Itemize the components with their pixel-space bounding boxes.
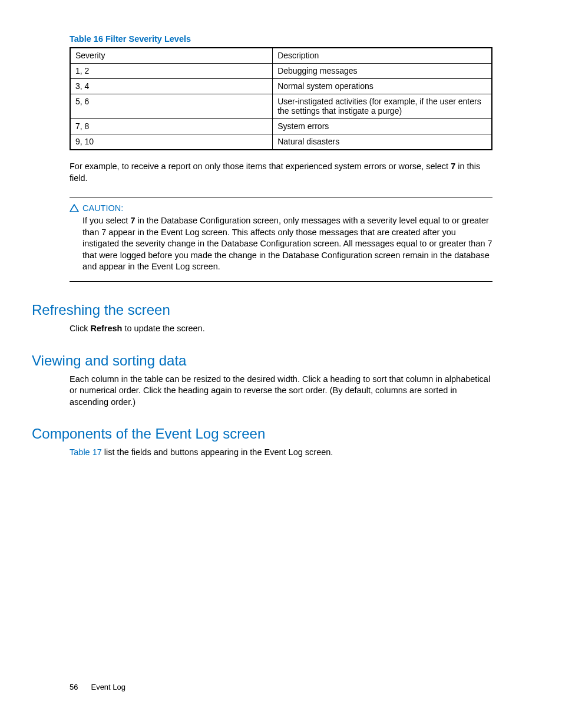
- caution-body: If you select 7 in the Database Configur…: [82, 215, 492, 273]
- table-row: 9, 10 Natural disasters: [70, 134, 492, 150]
- cell-severity: 5, 6: [70, 94, 273, 119]
- text: Click: [70, 324, 90, 333]
- table-17-link[interactable]: Table 17: [70, 447, 102, 457]
- caution-triangle-icon: [70, 204, 79, 212]
- document-page: Table 16 Filter Severity Levels Severity…: [0, 0, 562, 728]
- viewsort-paragraph: Each column in the table can be resized …: [70, 374, 492, 409]
- text: in the Database Configuration screen, on…: [82, 216, 492, 271]
- text: For example, to receive a report on only…: [70, 162, 451, 171]
- cell-description: System errors: [273, 119, 492, 134]
- caution-block: CAUTION: If you select 7 in the Database…: [70, 197, 492, 282]
- table-header-description: Description: [273, 48, 492, 64]
- section-heading-viewing-sorting: Viewing and sorting data: [32, 353, 492, 369]
- components-paragraph: Table 17 list the fields and buttons app…: [70, 447, 492, 459]
- cell-description: Normal system operations: [273, 79, 492, 94]
- table-row: 5, 6 User-instigated activities (for exa…: [70, 94, 492, 119]
- cell-severity: 9, 10: [70, 134, 273, 150]
- text: If you select: [82, 216, 130, 225]
- table-row: 3, 4 Normal system operations: [70, 79, 492, 94]
- cell-description: Debugging messages: [273, 64, 492, 79]
- cell-description: User-instigated activities (for example,…: [273, 94, 492, 119]
- table-row: 7, 8 System errors: [70, 119, 492, 134]
- table-row: Severity Description: [70, 48, 492, 64]
- page-number: 56: [70, 683, 78, 691]
- caution-heading: CAUTION:: [70, 203, 492, 213]
- table-header-severity: Severity: [70, 48, 273, 64]
- caution-label: CAUTION:: [82, 203, 123, 213]
- text: list the fields and buttons appearing in…: [102, 447, 333, 457]
- section-heading-refreshing: Refreshing the screen: [32, 302, 492, 318]
- text: to update the screen.: [122, 324, 204, 333]
- footer-section-name: Event Log: [91, 683, 125, 691]
- cell-severity: 7, 8: [70, 119, 273, 134]
- cell-severity: 3, 4: [70, 79, 273, 94]
- bold-number: 7: [451, 162, 455, 171]
- bold-refresh: Refresh: [90, 324, 122, 333]
- refresh-paragraph: Click Refresh to update the screen.: [70, 323, 492, 335]
- page-footer: 56Event Log: [70, 683, 125, 691]
- severity-table: Severity Description 1, 2 Debugging mess…: [70, 47, 492, 150]
- example-paragraph: For example, to receive a report on only…: [70, 161, 492, 184]
- section-heading-components: Components of the Event Log screen: [32, 426, 492, 442]
- cell-description: Natural disasters: [273, 134, 492, 150]
- table-row: 1, 2 Debugging messages: [70, 64, 492, 79]
- table-title: Table 16 Filter Severity Levels: [70, 34, 492, 44]
- cell-severity: 1, 2: [70, 64, 273, 79]
